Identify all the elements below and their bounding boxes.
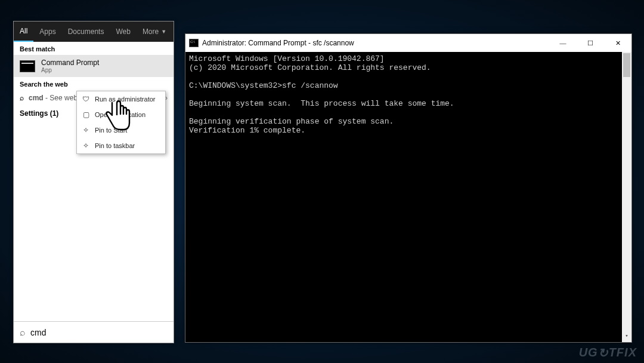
folder-icon: ▢ [82, 110, 90, 119]
search-icon: ⌕ [20, 94, 24, 102]
command-prompt-icon [20, 60, 35, 72]
scroll-thumb[interactable] [623, 53, 630, 77]
cursor-hand-icon [101, 99, 132, 137]
search-input[interactable] [30, 328, 168, 337]
tab-documents[interactable]: Documents [62, 21, 110, 42]
shield-icon: 🛡 [82, 95, 90, 103]
ctx-pin-taskbar-label: Pin to taskbar [95, 142, 135, 149]
tab-apps[interactable]: Apps [33, 21, 61, 42]
watermark: UG↻TFIX [579, 345, 637, 359]
pin-icon: ✧ [82, 141, 90, 150]
terminal-output[interactable]: Microsoft Windows [Version 10.0.19042.86… [185, 52, 631, 342]
web-query-suffix: - See web [44, 94, 78, 102]
section-search-web: Search the web [14, 77, 174, 90]
start-search-panel: All Apps Documents Web More ▼ Best match… [13, 21, 174, 343]
search-bar: ⌕ [14, 321, 174, 343]
ctx-pin-taskbar[interactable]: ✧ Pin to taskbar [77, 138, 165, 153]
tab-web[interactable]: Web [110, 21, 136, 42]
result-subtitle: App [41, 67, 99, 73]
search-tabs: All Apps Documents Web More ▼ [14, 21, 174, 42]
terminal-text: Microsoft Windows [Version 10.0.19042.86… [189, 54, 628, 135]
command-prompt-window: Administrator: Command Prompt - sfc /sca… [185, 33, 632, 343]
cmd-app-icon [189, 39, 199, 47]
chevron-down-icon: ▼ [161, 29, 166, 35]
title-bar[interactable]: Administrator: Command Prompt - sfc /sca… [185, 34, 631, 52]
result-command-prompt[interactable]: Command Prompt App [14, 55, 174, 77]
result-name: Command Prompt [41, 59, 99, 67]
web-query-text: cmd [29, 94, 44, 102]
scrollbar[interactable]: ▴ ▾ [622, 52, 631, 342]
tab-all[interactable]: All [14, 21, 33, 42]
window-title: Administrator: Command Prompt - sfc /sca… [202, 39, 354, 47]
search-icon: ⌕ [20, 327, 26, 338]
maximize-button[interactable]: ☐ [577, 34, 604, 52]
section-best-match: Best match [14, 42, 174, 55]
minimize-button[interactable]: — [549, 34, 577, 52]
close-button[interactable]: ✕ [604, 34, 631, 52]
scroll-down-icon[interactable]: ▾ [622, 333, 631, 342]
pin-icon: ✧ [82, 126, 90, 134]
tab-more[interactable]: More ▼ [137, 21, 172, 42]
tab-more-label: More [143, 27, 159, 36]
